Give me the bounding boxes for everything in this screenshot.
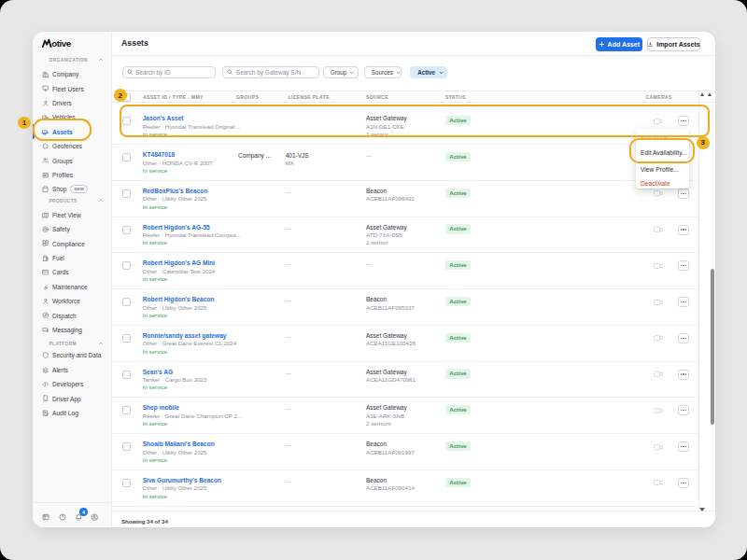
svg-text:otive: otive [51,38,72,48]
